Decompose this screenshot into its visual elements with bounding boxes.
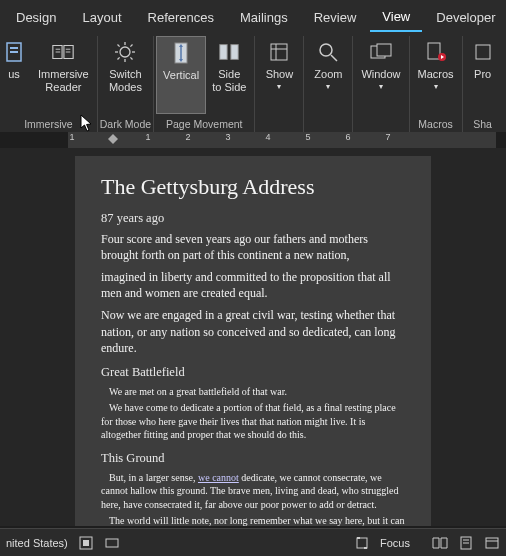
accessibility-icon[interactable] [78,535,94,551]
print-layout-icon[interactable] [458,535,474,551]
tab-developer[interactable]: Developer [424,4,506,31]
side-to-side-button[interactable]: Side to Side [206,36,252,114]
svg-line-14 [118,57,120,59]
hyperlink[interactable]: we cannot [198,472,239,483]
show-icon [267,40,291,64]
mouse-cursor-icon [80,114,94,132]
focus-mode-icon[interactable] [354,535,370,551]
tab-design[interactable]: Design [4,4,68,31]
svg-line-12 [118,45,120,47]
ribbon-tabs: Design Layout References Mailings Review… [0,0,506,34]
ribbon: us Immersive Reader Immersive Switch Mod… [0,34,506,132]
svg-rect-22 [271,44,287,60]
chevron-down-icon: ▾ [326,82,330,91]
zoom-icon [316,40,340,64]
chevron-down-icon: ▾ [379,82,383,91]
svg-marker-33 [108,134,118,144]
doc-title: The Gettysburg Address [101,172,405,202]
window-icon [369,40,393,64]
svg-rect-36 [106,539,118,547]
vertical-icon [169,41,193,65]
svg-point-25 [320,44,332,56]
read-mode-icon[interactable] [432,535,448,551]
immersive-reader-icon [51,40,75,64]
svg-line-13 [131,57,133,59]
show-button[interactable]: Show ▾ [257,36,301,114]
switch-modes-label: Switch Modes [109,68,142,93]
immersive-reader-label: Immersive Reader [38,68,89,93]
chevron-down-icon: ▾ [277,82,281,91]
window-label: Window [361,68,400,81]
vertical-label: Vertical [163,69,199,82]
svg-rect-32 [476,45,490,59]
svg-rect-43 [486,538,498,548]
document-workspace: The Gettysburg Address 87 years ago Four… [0,148,506,526]
tab-mailings[interactable]: Mailings [228,4,300,31]
paragraph: We have come to dedicate a portion of th… [101,401,405,442]
heading-battlefield: Great Battlefield [101,364,405,381]
page-movement-group-label: Page Movement [156,116,252,132]
svg-point-7 [120,47,130,57]
tab-references[interactable]: References [136,4,226,31]
svg-rect-2 [10,51,18,53]
sharepoint-group-label: Sha [465,116,501,132]
vertical-button[interactable]: Vertical [156,36,206,114]
indent-marker-icon[interactable] [108,134,118,146]
properties-button[interactable]: Pro [465,36,501,114]
dark-mode-group-label: Dark Mode [100,116,151,132]
paragraph: Now we are engaged in a great civil war,… [101,307,405,356]
immersive-reader-button[interactable]: Immersive Reader [32,36,95,114]
svg-line-15 [131,45,133,47]
svg-line-26 [331,55,337,61]
heading-87-years: 87 years ago [101,210,405,227]
tab-layout[interactable]: Layout [70,4,133,31]
language-status[interactable]: nited States) [6,537,68,549]
paragraph: But, in a larger sense, we cannot dedica… [101,471,405,512]
heading-this-ground: This Ground [101,450,405,467]
switch-modes-icon [113,40,137,64]
window-button[interactable]: Window ▾ [355,36,406,114]
properties-icon [471,40,495,64]
document-page[interactable]: The Gettysburg Address 87 years ago Four… [75,156,431,526]
tab-review[interactable]: Review [302,4,369,31]
side-to-side-icon [217,40,241,64]
svg-rect-21 [231,45,238,60]
switch-modes-button[interactable]: Switch Modes [103,36,148,114]
web-layout-icon[interactable] [484,535,500,551]
properties-label: Pro [474,68,491,81]
focus-button[interactable]: us [2,36,32,114]
chevron-down-icon: ▾ [434,82,438,91]
paragraph: We are met on a great battlefield of tha… [101,385,405,399]
focus-label: us [8,68,20,81]
focus-mode-label[interactable]: Focus [380,537,410,549]
macros-label: Macros [418,68,454,81]
tab-view[interactable]: View [370,3,422,32]
svg-rect-20 [220,45,227,60]
svg-rect-1 [10,47,18,49]
paragraph: The world will little note, nor long rem… [101,514,405,526]
paragraph: imagined in liberty and committed to the… [101,269,405,301]
zoom-label: Zoom [314,68,342,81]
macros-button[interactable]: Macros ▾ [412,36,460,114]
paragraph: Four score and seven years ago our fathe… [101,231,405,263]
focus-icon [2,40,26,64]
status-bar: nited States) Focus [0,528,506,556]
macros-group-label: Macros [412,116,460,132]
macro-recording-icon[interactable] [104,535,120,551]
macros-icon [424,40,448,64]
svg-rect-28 [377,44,391,56]
svg-rect-37 [357,538,367,548]
svg-rect-35 [83,540,89,546]
side-to-side-label: Side to Side [212,68,246,93]
horizontal-ruler[interactable]: 1 1 2 3 4 5 6 7 [68,132,496,148]
zoom-button[interactable]: Zoom ▾ [306,36,350,114]
show-label: Show [266,68,294,81]
